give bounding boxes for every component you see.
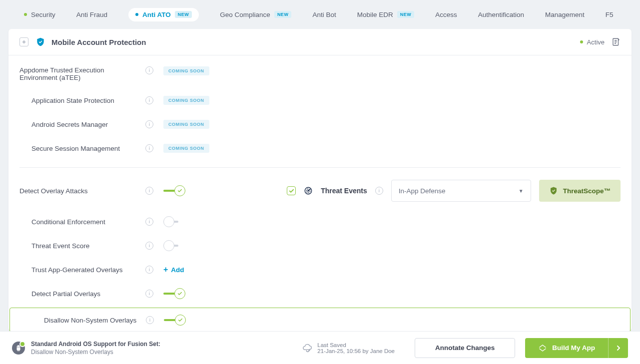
shield-check-icon bbox=[549, 186, 558, 195]
toggle-conditional[interactable] bbox=[163, 216, 185, 227]
toggle-detect-overlay[interactable] bbox=[163, 185, 185, 196]
info-icon[interactable]: i bbox=[145, 242, 153, 250]
row-secrets: Android Secrets Manager i COMING SOON bbox=[19, 112, 621, 136]
tab-label: Security bbox=[31, 11, 55, 18]
tab-f5[interactable]: F5 bbox=[606, 11, 614, 18]
tab-label: Anti Bot bbox=[312, 11, 336, 18]
toggle-disallow[interactable] bbox=[164, 315, 186, 326]
select-value: In-App Defense bbox=[399, 187, 446, 195]
footer-title: Standard Android OS Support for Fusion S… bbox=[31, 341, 160, 348]
main-card: Mobile Account Protection Active Appdome… bbox=[8, 29, 632, 331]
coming-soon-badge: COMING SOON bbox=[163, 120, 209, 129]
info-icon[interactable]: i bbox=[145, 96, 153, 104]
new-badge: NEW bbox=[175, 11, 192, 18]
status-indicator: Active bbox=[580, 38, 605, 46]
tab-label: Access bbox=[435, 11, 457, 18]
tab-label: Anti ATO bbox=[142, 11, 171, 18]
build-button[interactable]: Build My App bbox=[525, 338, 628, 358]
tab-mobile-edr[interactable]: Mobile EDR NEW bbox=[357, 11, 415, 18]
tab-security[interactable]: Security bbox=[24, 11, 55, 18]
info-icon[interactable]: i bbox=[375, 187, 383, 195]
status-dot-icon bbox=[24, 13, 27, 16]
tab-geo-compliance[interactable]: Geo Compliance NEW bbox=[220, 11, 291, 18]
footer-fusion-text: Standard Android OS Support for Fusion S… bbox=[31, 341, 160, 356]
check-icon bbox=[178, 318, 183, 323]
add-label: Add bbox=[171, 266, 184, 274]
radar-icon bbox=[304, 186, 313, 195]
info-icon[interactable]: i bbox=[145, 66, 153, 74]
row-label: Disallow Non-System Overlays bbox=[20, 317, 146, 324]
build-label: Build My App bbox=[552, 344, 595, 352]
tab-anti-bot[interactable]: Anti Bot bbox=[312, 11, 336, 18]
info-icon[interactable]: i bbox=[145, 290, 153, 298]
row-trust-overlays: Trust App-Generated Overlays i + Add bbox=[19, 258, 621, 282]
coming-soon-badge: COMING SOON bbox=[163, 66, 209, 75]
row-label: Detect Partial Overlays bbox=[19, 290, 145, 298]
cloud-sync-icon bbox=[302, 343, 312, 353]
toggle-partial[interactable] bbox=[163, 288, 185, 299]
shield-icon bbox=[35, 37, 45, 47]
threat-controls: Threat Events i In-App Defense ▼ ThreatS… bbox=[287, 180, 621, 202]
info-icon[interactable]: i bbox=[145, 218, 153, 226]
row-label: Conditional Enforcement bbox=[19, 218, 145, 226]
info-icon[interactable]: i bbox=[145, 266, 153, 274]
tab-label: Anti Fraud bbox=[76, 11, 107, 18]
card-header: Mobile Account Protection Active bbox=[8, 29, 632, 55]
build-dropdown-arrow[interactable] bbox=[608, 338, 628, 358]
info-icon[interactable]: i bbox=[145, 187, 153, 195]
new-badge: NEW bbox=[274, 11, 292, 18]
new-badge: NEW bbox=[397, 11, 415, 18]
tab-label: Mobile EDR bbox=[357, 11, 393, 18]
row-partial: Detect Partial Overlays i bbox=[19, 282, 621, 306]
row-label: Application State Protection bbox=[19, 97, 145, 104]
check-icon bbox=[177, 291, 182, 296]
notes-icon[interactable] bbox=[612, 37, 621, 46]
coming-soon-badge: COMING SOON bbox=[163, 144, 209, 153]
tab-label: Management bbox=[545, 11, 585, 18]
build-icon bbox=[538, 344, 547, 353]
tab-management[interactable]: Management bbox=[545, 11, 585, 18]
tab-label: Geo Compliance bbox=[220, 11, 270, 18]
row-app-state: Application State Protection i COMING SO… bbox=[19, 88, 621, 112]
add-button[interactable]: + Add bbox=[163, 266, 184, 274]
saved-value: 21-Jan-25, 10:56 by Jane Doe bbox=[317, 348, 395, 354]
tab-authentification[interactable]: Authentification bbox=[478, 11, 524, 18]
threatscope-button[interactable]: ThreatScope™ bbox=[539, 180, 621, 202]
coming-soon-badge: COMING SOON bbox=[163, 96, 209, 105]
row-label: Secure Session Management bbox=[19, 145, 145, 152]
tab-label: Authentification bbox=[478, 11, 524, 18]
saved-label: Last Saved bbox=[317, 342, 395, 348]
toggle-score[interactable] bbox=[163, 240, 185, 251]
defense-mode-select[interactable]: In-App Defense ▼ bbox=[391, 180, 531, 202]
check-icon bbox=[289, 188, 294, 194]
threat-events-checkbox[interactable] bbox=[287, 186, 296, 195]
tab-anti-fraud[interactable]: Anti Fraud bbox=[76, 11, 107, 18]
info-icon[interactable]: i bbox=[146, 316, 154, 324]
row-label: Threat Event Score bbox=[19, 242, 145, 250]
card-body: Appdome Trusted Execution Environment (a… bbox=[8, 55, 632, 331]
expand-button[interactable] bbox=[19, 37, 28, 46]
plus-icon bbox=[21, 39, 26, 44]
chevron-right-icon bbox=[616, 345, 622, 351]
info-icon[interactable]: i bbox=[145, 144, 153, 152]
tab-anti-ato[interactable]: Anti ATO NEW bbox=[128, 8, 199, 21]
status-dot-icon bbox=[135, 13, 138, 16]
top-tabs: Security Anti Fraud Anti ATO NEW Geo Com… bbox=[0, 0, 640, 29]
plus-icon: + bbox=[163, 266, 168, 274]
threatscope-label: ThreatScope™ bbox=[563, 187, 611, 195]
card-title: Mobile Account Protection bbox=[51, 38, 580, 46]
footer-bar: Standard Android OS Support for Fusion S… bbox=[0, 331, 640, 364]
tab-access[interactable]: Access bbox=[435, 11, 457, 18]
footer-subtitle: Disallow Non-System Overlays bbox=[31, 349, 160, 356]
row-detect-overlay: Detect Overlay Attacks i Threat Events i… bbox=[19, 179, 621, 203]
chevron-down-icon: ▼ bbox=[519, 188, 524, 194]
last-saved-text: Last Saved 21-Jan-25, 10:56 by Jane Doe bbox=[317, 342, 395, 354]
row-label: Trust App-Generated Overlays bbox=[19, 266, 145, 274]
row-atee: Appdome Trusted Execution Environment (a… bbox=[19, 59, 621, 88]
row-label: Android Secrets Manager bbox=[19, 121, 145, 128]
row-disallow: Disallow Non-System Overlays i bbox=[20, 308, 620, 331]
info-icon[interactable]: i bbox=[145, 120, 153, 128]
annotate-button[interactable]: Annotate Changes bbox=[415, 338, 515, 358]
divider bbox=[19, 167, 621, 168]
row-conditional: Conditional Enforcement i bbox=[19, 210, 621, 234]
